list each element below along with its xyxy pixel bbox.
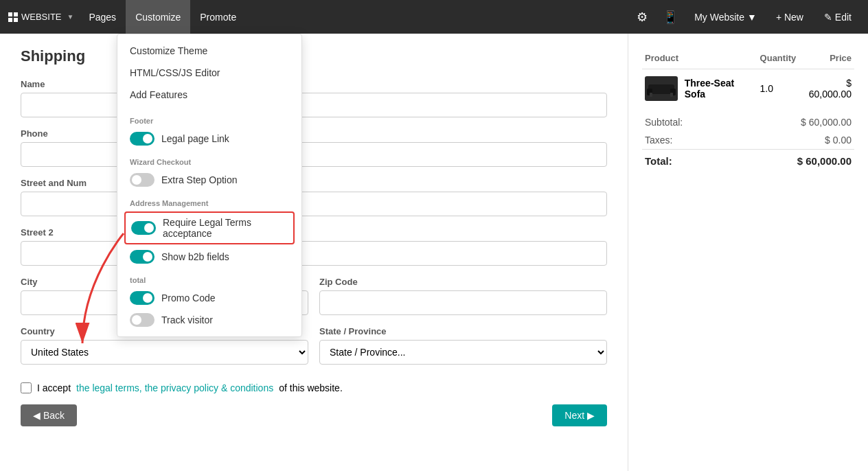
subtotal-value: $ 60,000.00 (801, 117, 852, 128)
zip-label: Zip Code (319, 277, 607, 287)
nav-brand[interactable]: WEBSITE ▼ (8, 12, 73, 22)
show-b2b-toggle[interactable] (130, 250, 155, 264)
legal-page-link-toggle[interactable] (130, 132, 155, 146)
zip-input[interactable] (319, 290, 607, 315)
form-actions: ◀ Back Next ▶ (21, 404, 607, 426)
country-select[interactable]: United States (21, 340, 308, 365)
html-css-editor-item[interactable]: HTML/CSS/JS Editor (117, 62, 301, 84)
svg-rect-5 (670, 93, 673, 97)
page-title: Shipping (21, 47, 607, 65)
require-legal-toggle[interactable] (131, 221, 156, 235)
name-label: Name (21, 79, 607, 89)
col-price: Price (799, 47, 854, 69)
legal-page-link-toggle-row[interactable]: Legal page Link (117, 128, 301, 150)
legal-text-before: I accept (37, 382, 71, 393)
footer-section-label: Footer (117, 111, 301, 128)
track-visitor-toggle-row[interactable]: Track visitor (117, 309, 301, 331)
total-value: $ 60,000.00 (797, 155, 852, 167)
legal-terms-checkbox[interactable] (21, 382, 32, 393)
taxes-value: $ 0.00 (825, 135, 852, 146)
wizard-checkout-section-label: Wizard Checkout (117, 152, 301, 169)
extra-step-toggle[interactable] (130, 173, 155, 187)
name-input[interactable] (21, 93, 607, 117)
product-price: $ 60,000.00 (799, 69, 854, 108)
name-group: Name (21, 79, 607, 117)
sofa-icon (647, 79, 676, 98)
show-b2b-toggle-row[interactable]: Show b2b fields (117, 246, 301, 268)
legal-terms-row: I accept the legal terms, the privacy po… (21, 382, 607, 393)
promo-code-toggle[interactable] (130, 291, 155, 305)
svg-rect-4 (650, 93, 652, 97)
address-management-section-label: Address Management (117, 194, 301, 210)
product-cell: Three-Seat Sofa (645, 76, 755, 101)
total-row: Total: $ 60,000.00 (642, 149, 854, 170)
my-website-chevron: ▼ (747, 12, 757, 23)
country-state-row: Country United States State / Province S… (21, 326, 607, 376)
top-nav: WEBSITE ▼ Pages Customize Promote ⚙ 📱 My… (0, 0, 868, 34)
my-website-btn[interactable]: My Website ▼ (687, 12, 764, 23)
grid-icon (8, 12, 18, 22)
settings-icon-btn[interactable]: ⚙ (631, 7, 653, 27)
mobile-icon-btn[interactable]: 📱 (657, 7, 683, 27)
legal-terms-link[interactable]: the legal terms, the privacy policy & co… (76, 382, 273, 393)
order-summary: Product Quantity Price (628, 34, 868, 471)
next-button[interactable]: Next ▶ (552, 404, 607, 426)
add-features-item[interactable]: Add Features (117, 84, 301, 106)
street-label: Street and Num (21, 178, 607, 188)
nav-brand-label: WEBSITE (21, 12, 62, 22)
promo-code-toggle-row[interactable]: Promo Code (117, 287, 301, 309)
street2-label: Street 2 (21, 227, 607, 238)
require-legal-toggle-row[interactable]: Require Legal Terms acceptance (124, 211, 295, 244)
state-label: State / Province (319, 326, 607, 336)
customize-dropdown: Customize Theme HTML/CSS/JS Editor Add F… (117, 34, 302, 337)
order-table: Product Quantity Price (642, 47, 854, 108)
product-row: Three-Seat Sofa 1.0 $ 60,000.00 (642, 69, 854, 108)
col-quantity: Quantity (757, 47, 799, 69)
product-name: Three-Seat Sofa (685, 78, 755, 100)
total-label: Total: (645, 155, 672, 167)
taxes-row: Taxes: $ 0.00 (642, 131, 854, 149)
subtotal-row: Subtotal: $ 60,000.00 (642, 113, 854, 131)
nav-pages[interactable]: Pages (79, 0, 126, 34)
track-visitor-toggle[interactable] (130, 313, 155, 327)
street2-input[interactable] (21, 241, 607, 266)
extra-step-toggle-row[interactable]: Extra Step Option (117, 169, 301, 191)
state-group: State / Province State / Province... (319, 326, 607, 365)
legal-text-after: of this website. (279, 382, 343, 393)
street-group: Street and Num (21, 178, 607, 216)
phone-label: Phone (21, 128, 607, 139)
nav-brand-chevron: ▼ (67, 13, 74, 21)
street-input[interactable] (21, 192, 607, 216)
phone-group: Phone (21, 128, 607, 167)
product-qty: 1.0 (757, 69, 799, 108)
subtotal-label: Subtotal: (645, 117, 683, 128)
col-product: Product (642, 47, 757, 69)
customize-theme-item[interactable]: Customize Theme (117, 40, 301, 62)
form-area: Shipping Name Phone Street and Num Stree… (0, 34, 628, 471)
nav-customize[interactable]: Customize (126, 0, 190, 34)
edit-button[interactable]: ✎ Edit (816, 0, 860, 34)
product-image (645, 76, 678, 101)
new-button[interactable]: + New (768, 0, 812, 34)
total-section-label: total (117, 271, 301, 287)
state-select[interactable]: State / Province... (319, 340, 607, 365)
street2-group: Street 2 (21, 227, 607, 266)
taxes-label: Taxes: (645, 135, 672, 146)
city-zip-row: City Zip Code (21, 277, 607, 326)
back-button[interactable]: ◀ Back (21, 404, 77, 426)
phone-input[interactable] (21, 142, 607, 167)
nav-promote[interactable]: Promote (190, 0, 246, 34)
zip-group: Zip Code (319, 277, 607, 315)
